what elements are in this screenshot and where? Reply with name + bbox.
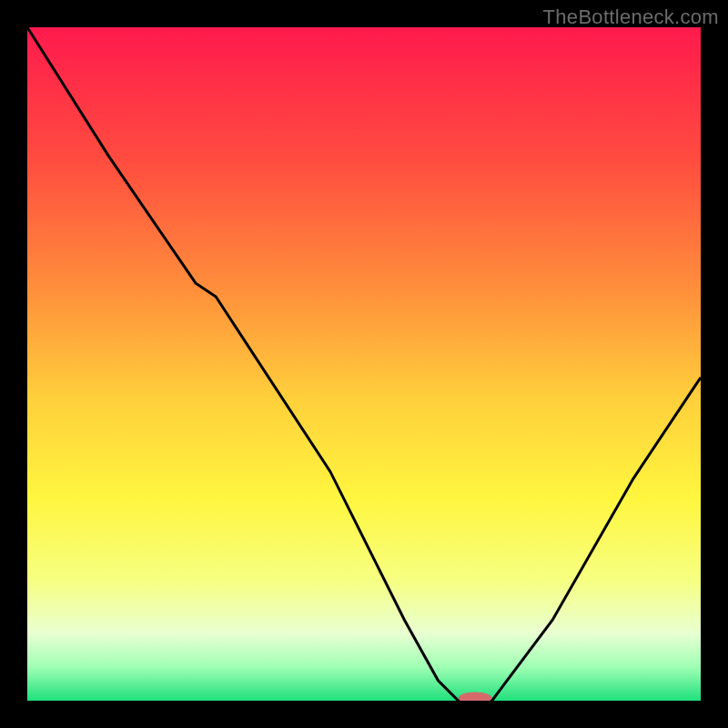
chart-svg (27, 27, 701, 701)
plot-area (27, 27, 701, 701)
optimal-marker (459, 693, 491, 701)
chart-frame: TheBottleneck.com (0, 0, 728, 728)
gradient-background (27, 27, 701, 701)
watermark-text: TheBottleneck.com (543, 5, 719, 29)
